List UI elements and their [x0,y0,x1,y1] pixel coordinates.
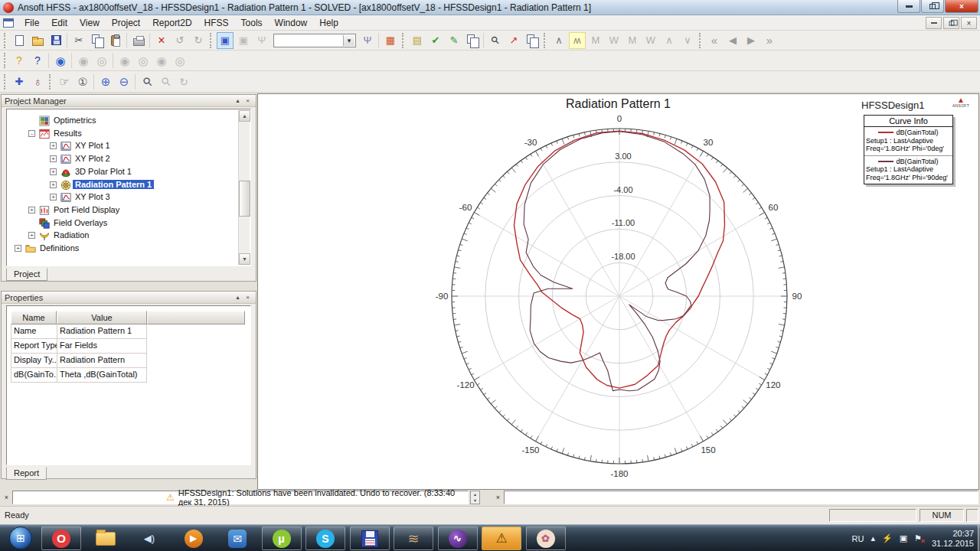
panel-collapse-icon[interactable]: ▴ [233,96,243,106]
tree-expand-toggle[interactable]: + [50,194,57,201]
tree-label-optimetrics[interactable]: Optimetrics [51,116,99,125]
select-object-button[interactable]: ▣ [217,32,234,49]
zoom-in-button[interactable]: ⊕ [97,73,114,90]
tree-label-radiation[interactable]: Radiation [51,230,91,240]
scroll-down-icon[interactable]: ▼ [239,253,250,265]
tree-label-xy-plot-1[interactable]: XY Plot 1 [73,141,113,150]
tree-label-3d-polar-plot-1[interactable]: 3D Polar Plot 1 [73,167,134,176]
taskbar-media-player[interactable]: ▶ [174,527,214,550]
zoom-window-button[interactable]: ⚲ [139,73,155,90]
cut-button[interactable]: ✂ [70,32,87,49]
tab-report[interactable]: Report [6,467,47,480]
taskbar-explorer[interactable] [86,527,126,550]
tree-expand-toggle[interactable]: + [28,207,35,214]
wave-w1-button[interactable]: W [606,32,622,49]
tree-item-port-field-display[interactable]: +Port Field Display [7,204,238,217]
show-hidden-button[interactable]: ◉ [52,52,69,69]
taskbar-mail[interactable]: ✉ [217,527,257,550]
tree-label-port-field-display[interactable]: Port Field Display [51,205,122,214]
taskbar-paint[interactable]: ✿ [526,527,566,550]
mdi-child-icon[interactable] [3,18,14,28]
properties-header[interactable]: Properties ▴ × [2,292,256,304]
wave-m2-button[interactable]: M [624,32,641,49]
mdi-close-button[interactable]: × [961,17,977,29]
taskbar-volume[interactable]: ◀) [129,527,169,550]
taskbar-warning[interactable]: ⚠ [482,527,521,550]
panel-collapse-icon[interactable]: ▴ [233,293,243,302]
coordinate-system-button[interactable]: ✚ [11,73,28,90]
delete-button[interactable]: × [153,32,170,49]
tree-item-xy-plot-3[interactable]: +XY Plot 3 [7,191,238,204]
menu-window[interactable]: Window [269,16,314,30]
zoom-out-button[interactable]: ⊖ [116,73,132,90]
wave-m1-button[interactable]: M [587,32,604,49]
mdi-minimize-button[interactable] [926,17,942,29]
hide-all-button[interactable]: ◉ [116,52,133,69]
prev-frame-button[interactable]: ◀ [724,32,741,49]
orientation-sphere-button[interactable]: ♁ [29,73,46,90]
first-frame-button[interactable]: « [706,32,723,49]
print-button[interactable] [130,32,147,49]
start-button[interactable]: ⊞ [9,527,32,549]
menu-file[interactable]: File [18,16,45,30]
copy-button[interactable] [89,32,106,49]
menu-tools[interactable]: Tools [235,16,269,30]
column-header-name[interactable]: Name [11,311,57,324]
tree-item-definitions[interactable]: +Definitions [7,243,238,255]
last-frame-button[interactable]: » [761,32,778,49]
field-calculator-button[interactable]: ⚲ [487,32,504,49]
whats-this-button[interactable]: ? [11,52,28,69]
title-bar[interactable]: Ansoft HFSS - ax1800offsetV_18 - HFSSDes… [0,0,980,15]
copy-report-button[interactable] [524,32,541,49]
tree-item-xy-plot-2[interactable]: +XY Plot 2 [7,153,238,165]
tree-item-optimetrics[interactable]: Optimetrics [7,115,238,127]
taskbar-utorrent[interactable]: µ [262,527,302,550]
tree-item-radiation[interactable]: +Radiation [7,230,238,242]
panel-close-icon[interactable]: × [243,96,253,106]
hide-selected-button[interactable]: ◉ [75,52,92,69]
taskbar-hfss[interactable]: ∿ [438,527,478,550]
wave-sin-button[interactable]: ʍ [569,32,586,49]
tree-item-results[interactable]: -Results [7,128,238,140]
show-selected-button[interactable]: ◎ [93,52,110,69]
tree-expand-toggle[interactable]: + [50,168,57,175]
new-button[interactable] [11,32,28,49]
save-button[interactable] [47,32,64,49]
property-value[interactable]: Far Fields [57,339,147,354]
mdi-restore-button[interactable] [943,17,959,29]
menu-edit[interactable]: Edit [45,16,74,30]
tree-expand-toggle[interactable]: + [50,142,57,149]
tree-label-results[interactable]: Results [51,129,84,138]
menu-hfss[interactable]: HFSS [198,16,235,30]
tree-expand-toggle[interactable]: + [50,155,57,162]
tree-label-xy-plot-3[interactable]: XY Plot 3 [73,192,113,201]
message-close-icon[interactable]: × [2,492,11,503]
show-all-button[interactable]: ◎ [135,52,152,69]
paste-button[interactable] [107,32,124,49]
message-spinner[interactable]: ▴▾ [470,491,480,504]
scroll-up-icon[interactable]: ▲ [239,110,250,122]
project-manager-header[interactable]: Project Manager ▴ × [2,95,256,107]
wave-w2-button[interactable]: W [642,32,659,49]
solution-data-button[interactable] [464,32,481,49]
edit-sources-button[interactable]: ✎ [446,32,462,49]
open-button[interactable] [29,32,46,49]
select-face-button[interactable]: ▣ [235,32,252,49]
menu-view[interactable]: View [74,16,106,30]
taskbar-save-tool[interactable] [350,527,390,550]
model-tree-button[interactable]: Ψ [359,32,376,49]
tree-expand-toggle[interactable]: - [28,130,35,137]
validate-button[interactable]: ▤ [409,32,426,49]
context-help-button[interactable]: ? [29,52,46,69]
power-plug-icon[interactable]: ⚡ [882,533,893,543]
zoom-original-button[interactable]: ① [74,73,91,90]
next-frame-button[interactable]: ▶ [743,32,760,49]
selection-tree-button[interactable]: Ψ [253,32,270,49]
taskbar-opera[interactable]: O [41,527,81,550]
taskbar-coil-model[interactable]: ≋ [394,527,433,550]
tree-item-xy-plot-1[interactable]: +XY Plot 1 [7,140,238,152]
wave-down-button[interactable]: ∨ [679,32,696,49]
tree-label-xy-plot-2[interactable]: XY Plot 2 [73,154,113,163]
property-value[interactable]: Radiation Pattern [57,354,147,368]
property-value[interactable]: Radiation Pattern 1 [57,324,147,339]
